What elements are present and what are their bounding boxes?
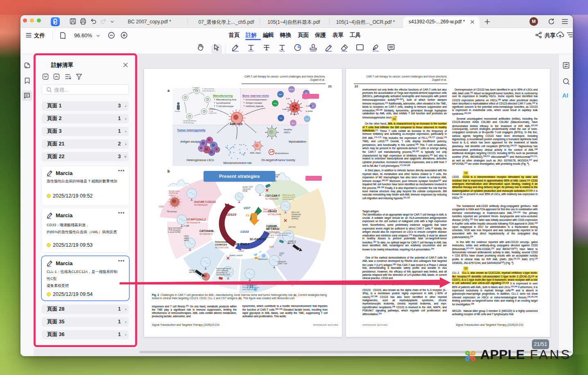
- svg-text:Manufacturing: Manufacturing: [213, 94, 233, 98]
- svg-text:lintuzumab: lintuzumab: [215, 241, 228, 243]
- svg-text:APPLE: APPLE: [480, 347, 525, 362]
- svg-text:UniCAR-T-CD123: UniCAR-T-CD123: [194, 200, 216, 203]
- svg-text:vector: vector: [192, 89, 197, 91]
- svg-text:Treg: Treg: [273, 102, 276, 105]
- svg-text:decreased CD33: decreased CD33: [216, 274, 230, 276]
- svg-text:CLL-1: CLL-1: [246, 214, 255, 217]
- svg-text:CD28: CD28: [269, 246, 274, 248]
- svg-text:integration): integration): [265, 236, 274, 238]
- svg-text:CD33: CD33: [240, 230, 249, 234]
- svg-text:MDSC: MDSC: [289, 89, 294, 91]
- svg-text:On-target/off-tumor toxicity: On-target/off-tumor toxicity: [261, 159, 295, 162]
- svg-text:safety: safety: [169, 194, 174, 196]
- svg-text:Inhibitory ligands: Inhibitory ligands: [246, 105, 264, 107]
- svg-text:b: b: [167, 169, 170, 173]
- svg-text:IL-13: IL-13: [286, 98, 289, 100]
- svg-text:chemotherapy: chemotherapy: [183, 122, 194, 124]
- svg-text:CD28: CD28: [159, 206, 164, 208]
- svg-text:CD123: CD123: [226, 213, 236, 216]
- svg-text:and expansion): and expansion): [242, 289, 256, 291]
- svg-text:Microenvironment role: Microenvironment role: [223, 161, 251, 164]
- svg-text:CD7 KO: CD7 KO: [288, 226, 296, 228]
- svg-text:IL-13/TGF: IL-13/TGF: [306, 111, 313, 112]
- svg-text:UCART123v1.2: UCART123v1.2: [187, 218, 206, 221]
- svg-text:NCT02203825: NCT02203825: [265, 198, 279, 200]
- svg-text:Immunosuppression: Immunosuppression: [246, 98, 267, 101]
- svg-text:Safety switch: Safety switch: [229, 254, 242, 257]
- svg-text:AML cell: AML cell: [230, 122, 242, 126]
- svg-text:FANS: FANS: [530, 347, 572, 362]
- svg-text:CD123: CD123: [238, 250, 244, 252]
- svg-text:allo-SCT: allo-SCT: [189, 271, 197, 273]
- svg-text:switch: switch: [184, 239, 189, 241]
- svg-text:7M epitope: 7M epitope: [167, 210, 177, 213]
- svg-text:Endothelium: Endothelium: [275, 152, 289, 155]
- svg-text:4-1BB: 4-1BB: [183, 225, 190, 227]
- svg-text:Heterogeneous LSCs: Heterogeneous LSCs: [186, 159, 214, 162]
- svg-text:expansion: expansion: [209, 112, 217, 114]
- svg-text:allo-SCT: allo-SCT: [288, 242, 296, 244]
- svg-text:Antigen escape: Antigen escape: [180, 140, 200, 143]
- svg-text:HSCs: HSCs: [284, 131, 290, 134]
- svg-text:ILC2: ILC2: [305, 118, 309, 120]
- svg-text:Healthy: Healthy: [284, 128, 292, 131]
- svg-text:Th2: Th2: [279, 117, 283, 119]
- svg-text:NCT05949125: NCT05949125: [194, 204, 208, 206]
- svg-text:VHH6: VHH6: [242, 190, 248, 192]
- svg-text:NCT06128044: NCT06128044: [268, 213, 281, 216]
- svg-text:Antigen escape: Antigen escape: [246, 102, 262, 104]
- svg-text:NCT03190278: NCT03190278: [187, 221, 200, 224]
- svg-text:KO: KO: [279, 255, 282, 257]
- svg-text:Manufacturing time: Manufacturing time: [216, 98, 236, 101]
- svg-text:presentation): presentation): [282, 198, 294, 200]
- svg-text:Tumor heterogeneity: Tumor heterogeneity: [177, 129, 205, 132]
- svg-text:IL-4/IL-10: IL-4/IL-10: [283, 109, 289, 110]
- svg-text:Lymphopenia: Lymphopenia: [216, 102, 231, 104]
- svg-text:SC-DARIC33: SC-DARIC33: [250, 238, 266, 241]
- svg-text:AML blast: AML blast: [249, 152, 261, 154]
- svg-text:CAR-T cell: CAR-T cell: [278, 263, 287, 265]
- svg-text:Rapamycin: Rapamycin: [258, 258, 268, 260]
- svg-text:IL-13/IL-5: IL-13/IL-5: [291, 114, 297, 115]
- svg-text:CD28/CD3: CD28/CD3: [215, 243, 227, 246]
- svg-text:IL-4/TGF: IL-4/TGF: [306, 105, 312, 107]
- svg-text:Myeloablation: Myeloablation: [289, 140, 306, 143]
- svg-text:UltraCAR-T: UltraCAR-T: [235, 243, 249, 245]
- svg-text:and transduction: and transduction: [202, 90, 215, 92]
- svg-text:activity): activity): [292, 218, 299, 220]
- svg-text:T cell phenotype: T cell phenotype: [216, 105, 233, 107]
- svg-text:a: a: [167, 89, 170, 93]
- svg-text:NKT: NKT: [279, 93, 283, 95]
- svg-text:CD7-CAR-T: CD7-CAR-T: [265, 194, 280, 197]
- svg-text:to avoid GvHD): to avoid GvHD): [168, 231, 181, 233]
- svg-text:CD7: CD7: [244, 206, 251, 210]
- svg-text:NCT04318678: NCT04318678: [199, 233, 213, 235]
- svg-text:TCR KO: TCR KO: [268, 227, 275, 229]
- svg-text:(reduce GvHD): (reduce GvHD): [263, 211, 276, 213]
- svg-text:Patient: Patient: [175, 110, 181, 112]
- svg-text:Bone marrow niche: Bone marrow niche: [242, 94, 269, 97]
- svg-text:NCT03971799: NCT03971799: [215, 246, 228, 249]
- svg-text:Bas: Bas: [292, 122, 294, 124]
- svg-text:CATCHAML: CATCHAML: [199, 230, 214, 232]
- svg-text:Present strategies: Present strategies: [219, 174, 260, 179]
